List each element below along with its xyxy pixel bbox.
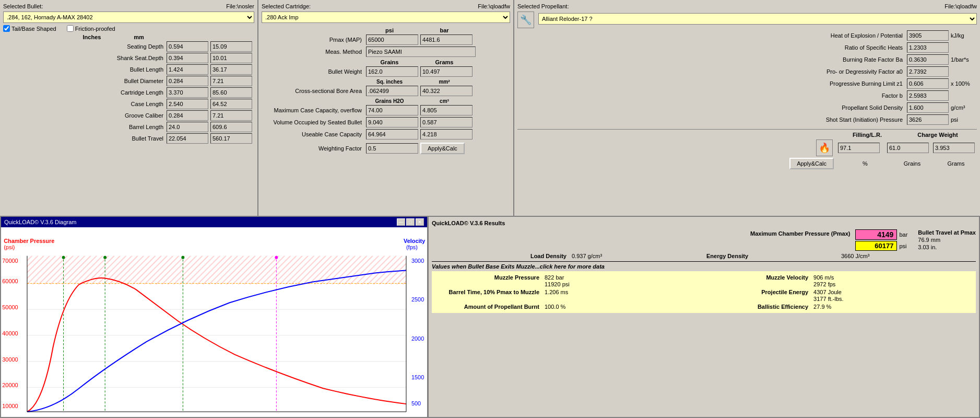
diagram-svg: Chamber Pressure (psi) Velocity (fps) 70…: [1, 227, 427, 417]
tail-base-checkbox-label[interactable]: Tail/Base Shaped: [3, 25, 56, 32]
vol-seated-label: Volume Occupied by Seated Bullet: [262, 119, 366, 125]
friction-proofed-checkbox-label[interactable]: Friction-proofed: [67, 25, 115, 32]
diagram-close-button[interactable]: ✕: [416, 218, 424, 226]
projectile-energy-label: Projectile Energy: [704, 289, 808, 302]
friction-proofed-checkbox[interactable]: [67, 25, 74, 32]
propellant-data-row: Burning Rate Factor Ba 1/bar*s: [517, 54, 977, 65]
bullet-dropdown[interactable]: .284, 162, Hornady A-MAX 28402: [3, 11, 254, 23]
max-pressure-psi-value: 60177: [855, 241, 897, 251]
load-density-label: Load Density: [432, 253, 572, 259]
cartridge-file: File:\qloadfw: [478, 3, 510, 9]
filling-input[interactable]: [838, 143, 880, 153]
svg-text:500: 500: [411, 400, 421, 407]
svg-point-30: [181, 256, 184, 259]
projectile-energy-j: 4307 Joule: [813, 289, 973, 295]
svg-text:Velocity: Velocity: [404, 238, 426, 244]
muzzle-pressure-bar: 822 bar: [545, 274, 699, 281]
weighting-label: Weighting Factor: [262, 145, 366, 152]
max-case-grains-input[interactable]: [366, 105, 418, 115]
bore-sq-in-input[interactable]: [366, 86, 418, 96]
bullet-data-row: Cartridge Length: [3, 87, 254, 98]
diagram-minimize-button[interactable]: —: [397, 218, 405, 226]
svg-text:2500: 2500: [411, 296, 424, 303]
useable-cm3-input[interactable]: [420, 129, 473, 140]
svg-text:70000: 70000: [2, 258, 18, 264]
charge-grains-input[interactable]: [887, 143, 929, 153]
bullet-data-row: Groove Caliber: [3, 110, 254, 121]
filling-lr-col-header: Filling/L.R.: [836, 132, 899, 138]
svg-text:50000: 50000: [2, 304, 18, 310]
meas-method-input[interactable]: [366, 47, 476, 57]
bullet-data-row: Bullet Travel: [3, 133, 254, 144]
propellant-data-row: Progressive Burning Limit z1 x 100%: [517, 78, 977, 89]
svg-text:1500: 1500: [411, 374, 424, 380]
vol-seated-grains-input[interactable]: [366, 117, 418, 127]
cm3-col-header: cm³: [418, 98, 470, 104]
bullet-weight-grams-input[interactable]: [420, 66, 473, 77]
propellant-data-row: Ratio of Specific Heats: [517, 42, 977, 53]
diagram-restore-button[interactable]: □: [406, 218, 415, 226]
propellant-data-grid: Heat of Explosion / Potential kJ/kg Rati…: [517, 30, 977, 125]
cartridge-apply-calc-button[interactable]: Apply&Calc: [420, 143, 465, 154]
max-case-cm3-input[interactable]: [420, 105, 473, 115]
ballistic-eff-label: Ballistic Efficiency: [704, 304, 808, 310]
useable-grains-input[interactable]: [366, 129, 418, 140]
tail-base-checkbox[interactable]: [3, 25, 10, 32]
bullet-data-row: Seating Depth: [3, 41, 254, 52]
bullet-travel-val: 76.9 mm: [918, 237, 976, 243]
svg-text:40000: 40000: [2, 330, 18, 336]
bullet-data-row: Bullet Length: [3, 64, 254, 75]
svg-point-31: [275, 256, 278, 259]
cartridge-dropdown[interactable]: .280 Ack Imp: [262, 11, 510, 23]
useable-label: Useable Case Capacity: [262, 131, 366, 137]
tail-base-label: Tail/Base Shaped: [11, 26, 56, 32]
svg-point-29: [103, 256, 107, 259]
pmax-bar-input[interactable]: [420, 34, 473, 45]
svg-text:2000: 2000: [411, 335, 424, 342]
diagram-content: Chamber Pressure (psi) Velocity (fps) 70…: [1, 227, 427, 417]
bullet-file: File:\nosler: [226, 3, 254, 9]
diagram-titlebar: QuickLOAD© V.3.6 Diagram — □ ✕: [1, 217, 427, 227]
grams-col-header: Grams: [418, 59, 470, 65]
pmax-psi-input[interactable]: [366, 34, 418, 45]
bullet-weight-grains-input[interactable]: [366, 66, 418, 77]
muzzle-section-header[interactable]: Values when Bullet Base Exits Muzzle...c…: [432, 261, 976, 270]
energy-density-label: Energy Density: [706, 253, 841, 259]
bore-area-label: Cross-sectional Bore Area: [262, 88, 366, 94]
bore-mm2-input[interactable]: [420, 86, 473, 96]
svg-text:(fps): (fps): [406, 244, 418, 250]
ballistic-eff-val: 27.9 %: [813, 304, 973, 310]
propellant-icon: 🔧: [517, 11, 534, 28]
propellant-dropdown[interactable]: Alliant Reloder-17 ?: [538, 13, 977, 25]
bullet-data-row: Case Length: [3, 99, 254, 109]
grains-col-header: Grains: [361, 59, 418, 65]
results-title: QuickLOAD© V.3.6 Results: [432, 220, 976, 226]
svg-text:Chamber Pressure: Chamber Pressure: [4, 238, 54, 244]
vol-seated-cm3-input[interactable]: [420, 117, 473, 127]
propellant-file: File:\qloadfw: [944, 3, 977, 9]
svg-text:60000: 60000: [2, 278, 18, 284]
propellant-data-row: Heat of Explosion / Potential kJ/kg: [517, 30, 977, 41]
svg-text:3000: 3000: [411, 258, 424, 264]
col-inches: Inches: [71, 34, 113, 40]
muzzle-velocity-fps: 2972 fps: [813, 281, 973, 287]
charge-grams-input[interactable]: [933, 143, 975, 153]
mm2-col-header: mm²: [418, 79, 470, 85]
apply-fire-icon[interactable]: 🔥: [816, 140, 833, 156]
propellant-data-row: Propellant Solid Density g/cm³: [517, 102, 977, 113]
svg-rect-0: [1, 227, 427, 417]
svg-text:20000: 20000: [2, 382, 18, 388]
propellant-burnt-val: 100.0 %: [545, 304, 699, 310]
psi-col-header: psi: [361, 27, 418, 33]
weighting-input[interactable]: [366, 143, 418, 154]
max-pressure-bar-value: 4149: [855, 229, 897, 240]
propellant-apply-calc-button[interactable]: Apply&Calc: [789, 158, 834, 169]
svg-rect-18: [27, 256, 406, 285]
bullet-title: Selected Bullet:: [3, 3, 43, 9]
max-pressure-psi-unit: psi: [899, 243, 906, 249]
projectile-energy-ftlbs: 3177 ft.-lbs.: [813, 296, 973, 302]
svg-text:30000: 30000: [2, 356, 18, 363]
propellant-title: Selected Propellant:: [517, 3, 569, 9]
propellant-data-row: Pro- or Degressivity Factor a0: [517, 66, 977, 77]
meas-method-label: Meas. Method: [262, 49, 366, 55]
